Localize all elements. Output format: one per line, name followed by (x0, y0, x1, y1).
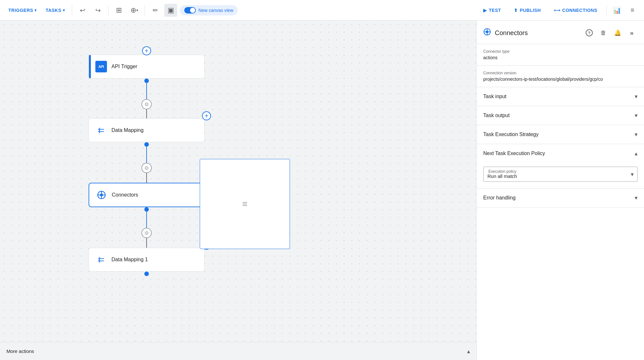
task-execution-strategy-section: Task Execution Strategy ▾ (477, 125, 644, 144)
connector-type-label: Connector type (483, 49, 638, 54)
gear-2[interactable]: ⚙ (141, 163, 152, 173)
data-mapping-icon: ⇇ (95, 125, 107, 136)
task-execution-strategy-chevron-icon: ▾ (635, 131, 638, 138)
connections-icon: ⟷ (554, 8, 561, 13)
main-layout: + API API Trigger ⚙ + ⇇ (0, 21, 644, 360)
connectors-label: Connectors (112, 192, 138, 198)
dot-after-connectors (144, 207, 149, 212)
float-box: ≡ (200, 159, 290, 249)
line-2 (146, 109, 147, 119)
panel-header-actions: ? 🗑 🔔 » (583, 27, 638, 39)
data-mapping-label: Data Mapping (111, 127, 144, 133)
task-input-title: Task input (483, 94, 506, 99)
task-input-chevron-icon: ▾ (635, 93, 638, 100)
task-output-header[interactable]: Task output ▾ (477, 106, 644, 125)
publish-button[interactable]: ⬆ PUBLISH (509, 5, 546, 15)
triggers-button[interactable]: TRIGGERS ▾ (5, 6, 40, 15)
connector-type-section: Connector type actions (477, 44, 644, 66)
api-icon: API (95, 61, 107, 72)
task-execution-strategy-title: Task Execution Strategy (483, 132, 539, 137)
undo-button[interactable]: ↩ (76, 4, 89, 17)
next-task-execution-policy-header[interactable]: Next Task Execution Policy ▴ (477, 144, 644, 163)
delete-icon: 🗑 (601, 30, 606, 36)
analytics-button[interactable]: 📊 (610, 4, 623, 17)
workflow-container: + API API Trigger ⚙ + ⇇ (89, 46, 205, 276)
connection-version-label: Connection version (483, 71, 638, 75)
data-mapping-1-label: Data Mapping 1 (111, 257, 148, 263)
error-handling-header[interactable]: Error handling ▾ (477, 189, 644, 207)
dot-after-api (144, 78, 149, 83)
canvas-view-button[interactable]: ▣ (164, 4, 177, 17)
task-output-section: Task output ▾ (477, 106, 644, 125)
line-5 (146, 212, 147, 228)
canvas-icon: ▣ (168, 6, 174, 14)
tasks-label: TASKS (46, 8, 62, 13)
triggers-label: TRIGGERS (8, 8, 33, 13)
connection-version-section: Connection version projects/connectors-i… (477, 66, 644, 87)
redo-button[interactable]: ↪ (91, 4, 104, 17)
panel-header-connectors-icon (483, 28, 491, 38)
delete-button[interactable]: 🗑 (598, 27, 609, 39)
more-actions-chevron-icon[interactable]: ▴ (467, 348, 470, 355)
publish-label: PUBLISH (520, 8, 541, 13)
connectors-node[interactable]: Connectors (89, 183, 205, 207)
connectors-node-icon (96, 189, 107, 201)
tasks-button[interactable]: TASKS ▾ (43, 6, 68, 15)
right-panel: Connectors ? 🗑 🔔 » Connector type action… (476, 21, 644, 360)
zoom-icon: ⊕ (130, 6, 136, 14)
panel-title: Connectors (495, 29, 580, 37)
zoom-chevron-icon: ▾ (136, 8, 138, 13)
toolbar: TRIGGERS ▾ TASKS ▾ ↩ ↪ ⊞ ⊕ ▾ ✏ ▣ New can… (0, 0, 644, 21)
gear-1[interactable]: ⚙ (141, 99, 152, 109)
api-left-bar (89, 55, 91, 78)
redo-icon: ↪ (95, 6, 101, 14)
line-6 (146, 238, 147, 248)
divider-3 (145, 5, 145, 15)
dot-final (144, 272, 149, 276)
pencil-button[interactable]: ✏ (149, 4, 162, 17)
api-trigger-node[interactable]: API API Trigger (89, 55, 205, 78)
more-actions-label: More actions (6, 348, 34, 354)
data-mapping-1-node[interactable]: ⇇ Data Mapping 1 (89, 248, 205, 272)
topology-button[interactable]: ⊞ (112, 4, 125, 17)
panel-header: Connectors ? 🗑 🔔 » (477, 21, 644, 44)
canvas-area[interactable]: + API API Trigger ⚙ + ⇇ (0, 21, 476, 360)
execution-policy-content: Execution policy Run all match Run first… (477, 163, 644, 188)
svg-point-1 (100, 193, 103, 196)
data-mapping-node[interactable]: ⇇ Data Mapping (89, 118, 205, 142)
error-handling-section: Error handling ▾ (477, 189, 644, 208)
undo-icon: ↩ (80, 6, 85, 14)
lines-icon: ≡ (242, 199, 247, 209)
task-output-chevron-icon: ▾ (635, 112, 638, 119)
line-4 (146, 173, 147, 183)
next-task-execution-policy-chevron-icon: ▴ (635, 150, 638, 157)
toggle-switch (184, 7, 196, 14)
pencil-icon: ✏ (153, 6, 158, 14)
close-panel-button[interactable]: » (626, 27, 638, 39)
task-execution-strategy-header[interactable]: Task Execution Strategy ▾ (477, 125, 644, 144)
add-above-api[interactable]: + (142, 46, 151, 55)
task-output-title: Task output (483, 113, 510, 118)
canvas-toggle[interactable]: New canvas view (180, 5, 238, 15)
help-icon: ? (586, 29, 593, 36)
zoom-button[interactable]: ⊕ ▾ (128, 4, 141, 17)
publish-icon: ⬆ (514, 8, 518, 13)
menu-button[interactable]: ≡ (626, 4, 639, 17)
error-handling-title: Error handling (483, 195, 516, 201)
dot-after-datamapping (144, 142, 149, 147)
menu-icon: ≡ (630, 6, 634, 14)
test-button[interactable]: ▶ TEST (478, 5, 506, 15)
divider-4 (606, 5, 607, 15)
gear-3[interactable]: ⚙ (141, 228, 152, 238)
add-above-api-icon[interactable]: + (142, 46, 151, 55)
connections-label: CONNECTIONS (562, 8, 597, 13)
api-trigger-label: API Trigger (111, 64, 137, 69)
task-input-header[interactable]: Task input ▾ (477, 87, 644, 106)
help-button[interactable]: ? (583, 27, 595, 39)
task-input-section: Task input ▾ (477, 87, 644, 106)
execution-policy-field: Execution policy Run all match Run first… (483, 167, 638, 182)
bell-button[interactable]: 🔔 (612, 27, 623, 39)
toggle-knob (190, 8, 195, 13)
line-3 (146, 147, 147, 163)
connections-button[interactable]: ⟷ CONNECTIONS (549, 5, 602, 15)
